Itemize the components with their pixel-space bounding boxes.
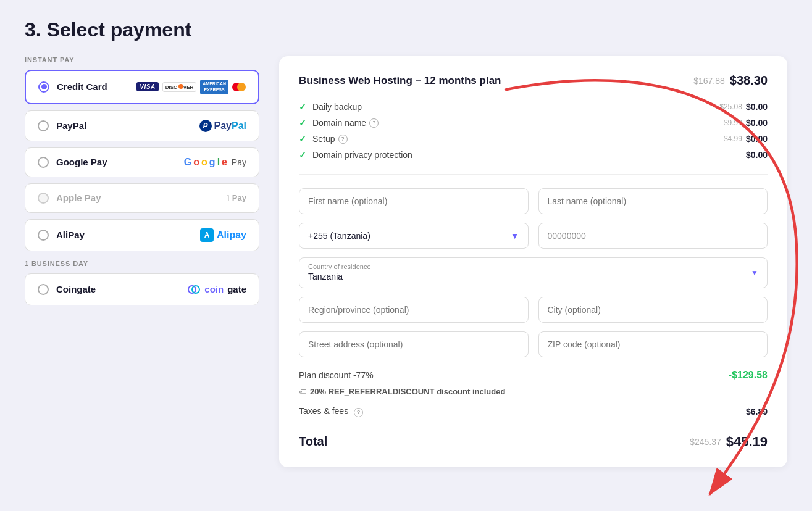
paypal-logo: P PayPal	[199, 120, 246, 132]
country-chevron-icon: ▼	[751, 268, 758, 277]
google-pay-label: Google Pay	[56, 157, 107, 167]
daily-backup-old-price: $25.08	[719, 102, 742, 111]
total-row: Total $245.37 $45.19	[299, 425, 768, 450]
country-select-wrap[interactable]: Country of residence Tanzania ▼	[299, 257, 768, 288]
credit-card-label: Credit Card	[57, 81, 107, 92]
radio-alipay	[38, 230, 49, 241]
paypal-label: PayPal	[56, 120, 86, 131]
check-icon-domain-name: ✓	[299, 118, 306, 128]
help-icon-domain-name[interactable]: ?	[369, 118, 379, 128]
setup-old-price: $4.99	[724, 135, 742, 143]
credit-card-logos: VISA DISCVER AMERICANEXPRESS	[136, 80, 246, 94]
domain-name-new-price: $0.00	[746, 118, 768, 128]
phone-country-value: +255 (Tanzania)	[308, 231, 370, 241]
chevron-down-icon: ▼	[511, 231, 519, 241]
feature-domain-privacy: ✓ Domain privacy protection $0.00	[299, 147, 768, 163]
total-old-price: $245.37	[690, 437, 721, 447]
country-label: Country of residence	[308, 263, 758, 270]
taxes-value: $6.89	[746, 407, 768, 417]
city-input[interactable]	[538, 297, 768, 323]
coingate-icon	[187, 283, 201, 296]
feature-setup: ✓ Setup ? $4.99 $0.00	[299, 131, 768, 147]
mastercard-logo	[232, 83, 246, 91]
address-zip-row	[299, 331, 768, 357]
discount-value: -$129.58	[729, 370, 768, 381]
visa-logo: VISA	[136, 82, 158, 91]
gpay-logo: Google Pay	[184, 157, 246, 168]
discover-logo: DISCVER	[162, 82, 197, 92]
feature-name-domain-name: Domain name ?	[312, 118, 379, 128]
check-icon-setup: ✓	[299, 134, 306, 144]
phone-row: +255 (Tanzania) ▼	[299, 223, 768, 249]
radio-google-pay	[38, 157, 49, 168]
total-price-group: $245.37 $45.19	[690, 434, 768, 450]
business-day-label: 1 BUSINESS DAY	[25, 260, 259, 267]
radio-paypal	[38, 120, 49, 131]
feature-name-setup: Setup ?	[312, 134, 348, 144]
discount-row: Plan discount -77% -$129.58	[299, 366, 768, 384]
feature-name-domain-privacy: Domain privacy protection	[312, 150, 412, 160]
payment-method-apple-pay[interactable]: Apple Pay  Pay	[25, 183, 259, 213]
payment-method-alipay[interactable]: AliPay A Alipay	[25, 219, 259, 251]
region-city-row	[299, 297, 768, 323]
instant-pay-label: INSTANT PAY	[25, 56, 259, 64]
phone-number-input[interactable]	[538, 223, 768, 249]
total-label: Total	[299, 434, 327, 449]
domain-privacy-new-price: $0.00	[746, 150, 768, 160]
setup-new-price: $0.00	[746, 134, 768, 144]
total-new-price: $45.19	[726, 434, 768, 450]
applepay-logo:  Pay	[227, 193, 246, 203]
region-input[interactable]	[299, 297, 529, 323]
domain-name-old-price: $9.99	[724, 118, 742, 127]
check-icon-daily-backup: ✓	[299, 102, 306, 112]
referral-text: 20% REF_REFERRALDISCOUNT discount includ…	[310, 387, 505, 396]
order-header: Business Web Hosting – 12 months plan $1…	[299, 73, 768, 88]
radio-coingate	[38, 284, 49, 295]
order-panel: Business Web Hosting – 12 months plan $1…	[279, 56, 787, 467]
feature-daily-backup: ✓ Daily backup $25.08 $0.00	[299, 99, 768, 115]
payment-method-paypal[interactable]: PayPal P PayPal	[25, 110, 259, 141]
page-title: 3. Select payment	[25, 19, 787, 41]
referral-row: 🏷 20% REF_REFERRALDISCOUNT discount incl…	[299, 384, 768, 402]
taxes-row: Taxes & fees ? $6.89	[299, 402, 768, 421]
phone-country-select[interactable]: +255 (Tanzania) ▼	[299, 223, 529, 249]
street-input[interactable]	[299, 331, 529, 357]
payment-method-credit-card[interactable]: Credit Card VISA DISCVER AMERICANEXPRESS	[25, 70, 259, 104]
daily-backup-new-price: $0.00	[746, 102, 768, 112]
plan-name: Business Web Hosting – 12 months plan	[299, 75, 501, 87]
check-icon-domain-privacy: ✓	[299, 150, 306, 160]
zip-input[interactable]	[538, 331, 768, 357]
help-icon-taxes[interactable]: ?	[354, 408, 363, 417]
coingate-logo: coingate	[187, 283, 246, 296]
country-value: Tanzania	[308, 272, 758, 281]
feature-domain-name: ✓ Domain name ? $9.99 $0.00	[299, 115, 768, 131]
taxes-label: Taxes & fees ?	[299, 406, 363, 417]
feature-list: ✓ Daily backup $25.08 $0.00 ✓ Domain nam…	[299, 99, 768, 175]
first-name-input[interactable]	[299, 188, 529, 214]
discount-label: Plan discount -77%	[299, 370, 374, 380]
payment-methods-panel: INSTANT PAY Credit Card VISA DISCVER AME…	[25, 56, 259, 312]
radio-apple-pay	[38, 193, 49, 204]
radio-credit-card	[38, 81, 49, 93]
feature-name-daily-backup: Daily backup	[312, 102, 362, 112]
plan-price-group: $167.88 $38.30	[693, 73, 768, 88]
plan-old-price: $167.88	[693, 76, 725, 86]
tag-icon: 🏷	[299, 388, 306, 396]
payment-method-coingate[interactable]: Coingate coingate	[25, 273, 259, 305]
name-row	[299, 188, 768, 214]
plan-new-price: $38.30	[730, 73, 768, 88]
alipay-logo: A Alipay	[200, 228, 246, 242]
last-name-input[interactable]	[538, 188, 768, 214]
apple-pay-label: Apple Pay	[56, 193, 101, 203]
payment-method-google-pay[interactable]: Google Pay Google Pay	[25, 147, 259, 177]
alipay-label: AliPay	[56, 230, 85, 240]
coingate-label: Coingate	[56, 284, 96, 294]
amex-logo: AMERICANEXPRESS	[200, 80, 228, 94]
help-icon-setup[interactable]: ?	[338, 135, 348, 144]
